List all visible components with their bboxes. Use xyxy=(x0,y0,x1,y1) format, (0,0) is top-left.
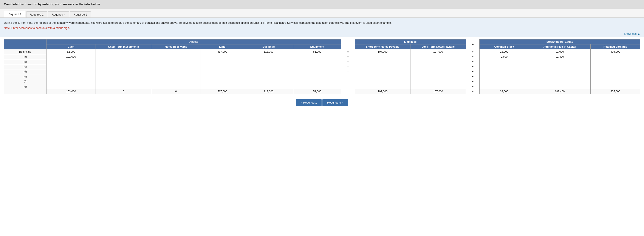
cell-re-1[interactable] xyxy=(590,54,640,59)
cell-stnp-0[interactable]: 107,000 xyxy=(355,49,410,54)
cell-land-2[interactable] xyxy=(200,59,244,64)
cell-land-5[interactable] xyxy=(200,74,244,79)
cell-sti-3[interactable] xyxy=(96,64,151,69)
cell-nr-5[interactable] xyxy=(151,74,200,79)
cell-buildings-8: 113,000 xyxy=(244,89,293,94)
cell-equipment-0[interactable]: 51,000 xyxy=(293,49,341,54)
cell-cs-5[interactable] xyxy=(480,74,529,79)
cell-re-6[interactable] xyxy=(590,79,640,84)
cell-equipment-4[interactable] xyxy=(293,69,341,74)
cell-stnp-2[interactable] xyxy=(355,59,410,64)
cell-equipment-2[interactable] xyxy=(293,59,341,64)
cell-nr-2[interactable] xyxy=(151,59,200,64)
col-header-buildings: Buildings xyxy=(244,44,293,49)
cell-ltnp-5[interactable] xyxy=(410,74,466,79)
cell-land-0[interactable]: 517,000 xyxy=(200,49,244,54)
cell-re-0[interactable]: 405,000 xyxy=(590,49,640,54)
cell-stnp-7[interactable] xyxy=(355,84,410,89)
cell-ltnp-6[interactable] xyxy=(410,79,466,84)
cell-stnp-5[interactable] xyxy=(355,74,410,79)
tab-required4[interactable]: Required 4 xyxy=(48,12,69,18)
cell-nr-4[interactable] xyxy=(151,69,200,74)
cell-ltnp-4[interactable] xyxy=(410,69,466,74)
cell-ltnp-3[interactable] xyxy=(410,64,466,69)
cell-buildings-5[interactable] xyxy=(244,74,293,79)
cell-buildings-1[interactable] xyxy=(244,54,293,59)
cell-apic-5[interactable] xyxy=(529,74,590,79)
cell-buildings-0[interactable]: 113,000 xyxy=(244,49,293,54)
cell-ltnp-0[interactable]: 107,000 xyxy=(410,49,466,54)
cell-equipment-5[interactable] xyxy=(293,74,341,79)
cell-cs-2[interactable] xyxy=(480,59,529,64)
cell-land-7[interactable] xyxy=(200,84,244,89)
show-less-link[interactable]: Show less ▲ xyxy=(624,32,640,35)
cell-buildings-6[interactable] xyxy=(244,79,293,84)
cell-cs-7[interactable] xyxy=(480,84,529,89)
cell-ltnp-1[interactable] xyxy=(410,54,466,59)
cell-land-1[interactable] xyxy=(200,54,244,59)
cell-cash-0[interactable]: 52,000 xyxy=(46,49,96,54)
cell-buildings-3[interactable] xyxy=(244,64,293,69)
cell-equipment-7[interactable] xyxy=(293,84,341,89)
header-bar: Complete this question by entering your … xyxy=(0,0,644,9)
cell-nr-1[interactable] xyxy=(151,54,200,59)
tab-required1[interactable]: Required 1 xyxy=(4,11,26,18)
cell-sti-1[interactable] xyxy=(96,54,151,59)
cell-sti-7[interactable] xyxy=(96,84,151,89)
cell-stnp-6[interactable] xyxy=(355,79,410,84)
cell-buildings-7[interactable] xyxy=(244,84,293,89)
cell-re-7[interactable] xyxy=(590,84,640,89)
cell-equipment-1[interactable] xyxy=(293,54,341,59)
cell-buildings-2[interactable] xyxy=(244,59,293,64)
cell-cash-1[interactable]: 101,000 xyxy=(46,54,96,59)
cell-cs-4[interactable] xyxy=(480,69,529,74)
cell-sti-2[interactable] xyxy=(96,59,151,64)
cell-buildings-4[interactable] xyxy=(244,69,293,74)
tab-required5[interactable]: Required 5 xyxy=(70,12,91,18)
cell-land-4[interactable] xyxy=(200,69,244,74)
cell-stnp-1[interactable] xyxy=(355,54,410,59)
cell-land-6[interactable] xyxy=(200,79,244,84)
cell-re-3[interactable] xyxy=(590,64,640,69)
cell-cash-4[interactable] xyxy=(46,69,96,74)
cell-stnp-4[interactable] xyxy=(355,69,410,74)
cell-nr-7[interactable] xyxy=(151,84,200,89)
cell-nr-6[interactable] xyxy=(151,79,200,84)
cell-sti-4[interactable] xyxy=(96,69,151,74)
cell-sti-5[interactable] xyxy=(96,74,151,79)
cell-re-8: 405,000 xyxy=(590,89,640,94)
cell-land-3[interactable] xyxy=(200,64,244,69)
cell-re-5[interactable] xyxy=(590,74,640,79)
cell-apic-6[interactable] xyxy=(529,79,590,84)
cell-cash-3[interactable] xyxy=(46,64,96,69)
cell-re-2[interactable] xyxy=(590,59,640,64)
tab-required2[interactable]: Required 2 xyxy=(26,12,47,18)
cell-apic-7[interactable] xyxy=(529,84,590,89)
cell-nr-0[interactable] xyxy=(151,49,200,54)
next-button[interactable]: Required 4 > xyxy=(322,99,348,106)
cell-apic-4[interactable] xyxy=(529,69,590,74)
cell-equipment-3[interactable] xyxy=(293,64,341,69)
cell-apic-1[interactable]: 91,400 xyxy=(529,54,590,59)
cell-cash-2[interactable] xyxy=(46,59,96,64)
cell-sti-0[interactable] xyxy=(96,49,151,54)
cell-apic-0[interactable]: 91,000 xyxy=(529,49,590,54)
cell-re-4[interactable] xyxy=(590,69,640,74)
cell-cash-5[interactable] xyxy=(46,74,96,79)
cell-ltnp-7[interactable] xyxy=(410,84,466,89)
cell-cs-1[interactable]: 9,600 xyxy=(480,54,529,59)
cell-cs-6[interactable] xyxy=(480,79,529,84)
cell-cs-3[interactable] xyxy=(480,64,529,69)
cell-sti-6[interactable] xyxy=(96,79,151,84)
cell-cash-6[interactable] xyxy=(46,79,96,84)
cell-apic-3[interactable] xyxy=(529,64,590,69)
cell-nr-3[interactable] xyxy=(151,64,200,69)
cell-stnp-3[interactable] xyxy=(355,64,410,69)
cell-equipment-6[interactable] xyxy=(293,79,341,84)
cell-apic-2[interactable] xyxy=(529,59,590,64)
cell-ltnp-2[interactable] xyxy=(410,59,466,64)
cell-cs-0[interactable]: 23,000 xyxy=(480,49,529,54)
cell-cash-7[interactable] xyxy=(46,84,96,89)
plus-symbol-2: + xyxy=(466,59,480,64)
prev-button[interactable]: < Required 1 xyxy=(296,99,322,106)
